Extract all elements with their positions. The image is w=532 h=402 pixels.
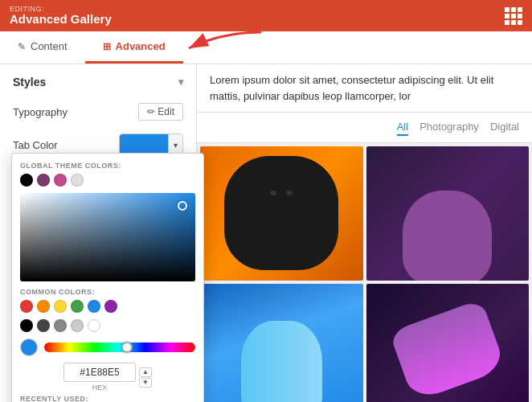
global-color-pink[interactable] [54, 174, 67, 187]
global-theme-label: GLOBAL THEME COLORS: [20, 162, 195, 170]
common-colors-label: COMMON COLORS: [20, 288, 195, 296]
color-picker-popup: GLOBAL THEME COLORS: COMMON COLORS: [11, 153, 204, 402]
grid-icon[interactable] [505, 7, 522, 25]
gallery-image-4 [366, 284, 530, 403]
purple-head [403, 191, 492, 281]
global-color-dots [20, 174, 195, 187]
gallery-image-3 [200, 284, 363, 403]
common-white[interactable] [88, 319, 100, 332]
hex-input[interactable] [63, 363, 136, 382]
header: EDITING: Advanced Gallery [0, 0, 532, 31]
styles-label: Styles [13, 76, 46, 88]
tab-content[interactable]: ✎ Content [0, 31, 85, 64]
gallery-cell-3[interactable] [200, 284, 363, 403]
chevron-down-icon[interactable]: ▾ [178, 76, 183, 88]
edit-button[interactable]: ✏ Edit [138, 103, 183, 121]
recently-used-label: RECENTLY USED: [20, 395, 195, 402]
common-green[interactable] [71, 300, 84, 313]
gradient-dark-overlay [20, 193, 195, 281]
hand-shape [389, 299, 505, 402]
main-layout: Styles ▾ Typography ✏ Edit Tab Color ▾ G… [0, 64, 532, 402]
advanced-icon: ⊞ [103, 41, 111, 52]
hue-row [20, 338, 195, 356]
typography-label: Typography [13, 106, 68, 118]
panel-tabs: ✎ Content ⊞ Advanced [0, 31, 532, 64]
gradient-handle[interactable] [178, 201, 187, 211]
tab-content-label: Content [31, 40, 68, 52]
hex-input-wrap: HEX [63, 363, 136, 392]
hex-row: HEX ▲ ▼ [20, 363, 195, 392]
statue-head [241, 321, 322, 402]
common-violet[interactable] [104, 300, 117, 313]
hex-up-button[interactable]: ▲ [139, 367, 152, 377]
common-yellow[interactable] [54, 300, 67, 313]
gallery-image-2 [366, 146, 530, 281]
hue-preview [20, 338, 38, 356]
page-title: Advanced Gallery [10, 13, 112, 27]
hex-down-button[interactable]: ▼ [139, 378, 152, 388]
common-mid-gray[interactable] [54, 319, 67, 332]
common-orange[interactable] [37, 300, 50, 313]
common-dark-gray[interactable] [37, 319, 50, 332]
editing-label: EDITING: [10, 5, 112, 13]
tab-advanced[interactable]: ⊞ Advanced [85, 31, 183, 64]
hex-arrows: ▲ ▼ [139, 367, 152, 388]
mask-eye-left [270, 191, 276, 195]
tab-color-label: Tab Color [13, 139, 58, 151]
gallery-cell-4[interactable] [366, 284, 530, 403]
gallery-tab-digital[interactable]: Digital [490, 119, 519, 136]
hue-thumb[interactable] [121, 342, 133, 353]
common-black[interactable] [20, 319, 33, 332]
common-red[interactable] [20, 300, 33, 313]
common-light-gray[interactable] [71, 319, 84, 332]
gallery-tab-all[interactable]: All [397, 119, 408, 136]
content-icon: ✎ [18, 41, 26, 52]
gallery-cell-1[interactable] [200, 146, 363, 281]
common-colors-row2 [20, 319, 195, 332]
gallery-cell-2[interactable] [366, 146, 530, 281]
mask-eyes [270, 191, 293, 195]
common-colors-row1 [20, 300, 195, 313]
lorem-text: Lorem ipsum dolor sit amet, consectetur … [197, 64, 532, 113]
gradient-picker[interactable] [20, 193, 195, 281]
tab-advanced-label: Advanced [116, 40, 166, 52]
styles-section-header: Styles ▾ [0, 64, 196, 96]
common-blue[interactable] [88, 300, 100, 313]
sidebar: Styles ▾ Typography ✏ Edit Tab Color ▾ G… [0, 64, 197, 402]
typography-row: Typography ✏ Edit [0, 96, 196, 127]
content-area: Lorem ipsum dolor sit amet, consectetur … [197, 64, 532, 402]
global-color-light[interactable] [71, 174, 84, 187]
gallery-image-1 [200, 146, 363, 281]
global-color-black[interactable] [20, 174, 33, 187]
hex-label: HEX [92, 384, 108, 392]
mask-eye-right [286, 191, 293, 195]
hue-slider[interactable] [44, 343, 195, 352]
gallery-tab-photography[interactable]: Photography [419, 119, 479, 136]
gallery-grid [197, 143, 532, 402]
global-color-purple[interactable] [37, 174, 50, 187]
gallery-tabs: All Photography Digital [197, 113, 532, 143]
mask-figure [224, 156, 338, 270]
